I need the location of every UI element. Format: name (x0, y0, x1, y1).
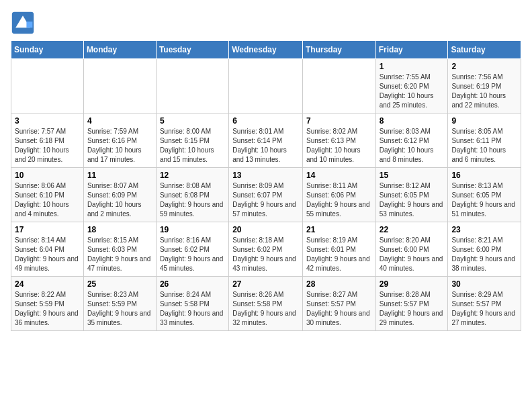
day-cell: 13Sunrise: 8:09 AM Sunset: 6:07 PM Dayli… (229, 168, 303, 222)
day-number: 8 (380, 116, 445, 126)
day-info: Sunrise: 8:11 AM Sunset: 6:06 PM Dayligh… (306, 181, 372, 219)
day-cell: 3Sunrise: 7:57 AM Sunset: 6:18 PM Daylig… (11, 113, 84, 168)
day-cell: 14Sunrise: 8:11 AM Sunset: 6:06 PM Dayli… (302, 168, 375, 222)
day-info: Sunrise: 8:15 AM Sunset: 6:03 PM Dayligh… (87, 236, 152, 273)
day-info: Sunrise: 8:01 AM Sunset: 6:14 PM Dayligh… (232, 127, 299, 165)
week-row-4: 17Sunrise: 8:14 AM Sunset: 6:04 PM Dayli… (11, 222, 521, 277)
day-number: 3 (15, 116, 80, 126)
day-info: Sunrise: 8:08 AM Sunset: 6:08 PM Dayligh… (160, 181, 225, 219)
day-number: 26 (160, 279, 225, 289)
day-cell: 30Sunrise: 8:29 AM Sunset: 5:57 PM Dayli… (448, 277, 521, 331)
day-cell: 19Sunrise: 8:16 AM Sunset: 6:02 PM Dayli… (156, 222, 228, 277)
day-info: Sunrise: 8:26 AM Sunset: 5:58 PM Dayligh… (232, 290, 299, 328)
day-cell: 23Sunrise: 8:21 AM Sunset: 6:00 PM Dayli… (448, 222, 521, 277)
day-info: Sunrise: 8:00 AM Sunset: 6:15 PM Dayligh… (160, 127, 225, 165)
day-info: Sunrise: 8:18 AM Sunset: 6:02 PM Dayligh… (232, 236, 299, 273)
day-info: Sunrise: 8:14 AM Sunset: 6:04 PM Dayligh… (15, 236, 80, 273)
day-cell (11, 59, 84, 113)
day-cell: 20Sunrise: 8:18 AM Sunset: 6:02 PM Dayli… (229, 222, 303, 277)
day-info: Sunrise: 8:28 AM Sunset: 5:57 PM Dayligh… (380, 290, 445, 328)
week-row-5: 24Sunrise: 8:22 AM Sunset: 5:59 PM Dayli… (11, 277, 521, 331)
day-info: Sunrise: 8:22 AM Sunset: 5:59 PM Dayligh… (15, 290, 80, 328)
day-cell: 15Sunrise: 8:12 AM Sunset: 6:05 PM Dayli… (375, 168, 448, 222)
day-cell (229, 59, 303, 113)
day-cell (83, 59, 156, 113)
day-number: 16 (451, 171, 517, 180)
header-row: SundayMondayTuesdayWednesdayThursdayFrid… (11, 41, 521, 59)
day-number: 4 (87, 116, 152, 126)
day-cell: 9Sunrise: 8:05 AM Sunset: 6:11 PM Daylig… (448, 113, 521, 168)
day-cell (302, 59, 375, 113)
header-saturday: Saturday (448, 41, 521, 59)
day-info: Sunrise: 8:06 AM Sunset: 6:10 PM Dayligh… (15, 181, 80, 219)
day-number: 30 (451, 279, 517, 289)
calendar-table: SundayMondayTuesdayWednesdayThursdayFrid… (11, 40, 521, 331)
day-number: 17 (15, 225, 80, 234)
day-cell: 5Sunrise: 8:00 AM Sunset: 6:15 PM Daylig… (156, 113, 228, 168)
day-info: Sunrise: 8:20 AM Sunset: 6:00 PM Dayligh… (380, 236, 445, 273)
day-cell: 21Sunrise: 8:19 AM Sunset: 6:01 PM Dayli… (302, 222, 375, 277)
day-number: 20 (232, 225, 299, 234)
day-cell: 26Sunrise: 8:24 AM Sunset: 5:58 PM Dayli… (156, 277, 228, 331)
day-number: 29 (380, 279, 445, 289)
day-cell: 4Sunrise: 7:59 AM Sunset: 6:16 PM Daylig… (83, 113, 156, 168)
day-cell: 27Sunrise: 8:26 AM Sunset: 5:58 PM Dayli… (229, 277, 303, 331)
day-number: 18 (87, 225, 152, 234)
day-cell: 7Sunrise: 8:02 AM Sunset: 6:13 PM Daylig… (302, 113, 375, 168)
day-number: 12 (160, 171, 225, 180)
day-info: Sunrise: 8:21 AM Sunset: 6:00 PM Dayligh… (451, 236, 517, 273)
header-sunday: Sunday (11, 41, 84, 59)
day-info: Sunrise: 8:23 AM Sunset: 5:59 PM Dayligh… (87, 290, 152, 328)
day-info: Sunrise: 8:09 AM Sunset: 6:07 PM Dayligh… (232, 181, 299, 219)
week-row-3: 10Sunrise: 8:06 AM Sunset: 6:10 PM Dayli… (11, 168, 521, 222)
day-info: Sunrise: 8:02 AM Sunset: 6:13 PM Dayligh… (306, 127, 372, 165)
day-cell: 18Sunrise: 8:15 AM Sunset: 6:03 PM Dayli… (83, 222, 156, 277)
day-cell (156, 59, 228, 113)
header-monday: Monday (83, 41, 156, 59)
header-thursday: Thursday (302, 41, 375, 59)
day-info: Sunrise: 7:57 AM Sunset: 6:18 PM Dayligh… (15, 127, 80, 165)
day-cell: 29Sunrise: 8:28 AM Sunset: 5:57 PM Dayli… (375, 277, 448, 331)
day-number: 13 (232, 171, 299, 180)
header-wednesday: Wednesday (229, 41, 303, 59)
day-info: Sunrise: 8:27 AM Sunset: 5:57 PM Dayligh… (306, 290, 372, 328)
header-friday: Friday (375, 41, 448, 59)
day-number: 15 (380, 171, 445, 180)
day-info: Sunrise: 8:24 AM Sunset: 5:58 PM Dayligh… (160, 290, 225, 328)
day-cell: 6Sunrise: 8:01 AM Sunset: 6:14 PM Daylig… (229, 113, 303, 168)
day-cell: 1Sunrise: 7:55 AM Sunset: 6:20 PM Daylig… (375, 59, 448, 113)
day-number: 1 (380, 62, 445, 71)
day-number: 25 (87, 279, 152, 289)
logo (11, 11, 38, 35)
svg-marker-2 (26, 21, 32, 28)
day-number: 21 (306, 225, 372, 234)
day-cell: 24Sunrise: 8:22 AM Sunset: 5:59 PM Dayli… (11, 277, 84, 331)
header-tuesday: Tuesday (156, 41, 228, 59)
day-info: Sunrise: 8:13 AM Sunset: 6:05 PM Dayligh… (451, 181, 517, 219)
day-number: 19 (160, 225, 225, 234)
day-number: 2 (451, 62, 517, 71)
day-cell: 8Sunrise: 8:03 AM Sunset: 6:12 PM Daylig… (375, 113, 448, 168)
week-row-2: 3Sunrise: 7:57 AM Sunset: 6:18 PM Daylig… (11, 113, 521, 168)
day-info: Sunrise: 7:59 AM Sunset: 6:16 PM Dayligh… (87, 127, 152, 165)
day-cell: 2Sunrise: 7:56 AM Sunset: 6:19 PM Daylig… (448, 59, 521, 113)
day-info: Sunrise: 7:56 AM Sunset: 6:19 PM Dayligh… (451, 73, 517, 110)
page-header (11, 11, 521, 35)
day-number: 14 (306, 171, 372, 180)
day-cell: 25Sunrise: 8:23 AM Sunset: 5:59 PM Dayli… (83, 277, 156, 331)
day-number: 28 (306, 279, 372, 289)
day-number: 24 (15, 279, 80, 289)
day-info: Sunrise: 8:29 AM Sunset: 5:57 PM Dayligh… (451, 290, 517, 328)
day-number: 23 (451, 225, 517, 234)
day-cell: 10Sunrise: 8:06 AM Sunset: 6:10 PM Dayli… (11, 168, 84, 222)
day-cell: 22Sunrise: 8:20 AM Sunset: 6:00 PM Dayli… (375, 222, 448, 277)
day-number: 6 (232, 116, 299, 126)
day-number: 22 (380, 225, 445, 234)
day-cell: 11Sunrise: 8:07 AM Sunset: 6:09 PM Dayli… (83, 168, 156, 222)
day-number: 11 (87, 171, 152, 180)
day-info: Sunrise: 8:05 AM Sunset: 6:11 PM Dayligh… (451, 127, 517, 165)
day-number: 5 (160, 116, 225, 126)
day-number: 7 (306, 116, 372, 126)
day-cell: 16Sunrise: 8:13 AM Sunset: 6:05 PM Dayli… (448, 168, 521, 222)
day-cell: 28Sunrise: 8:27 AM Sunset: 5:57 PM Dayli… (302, 277, 375, 331)
